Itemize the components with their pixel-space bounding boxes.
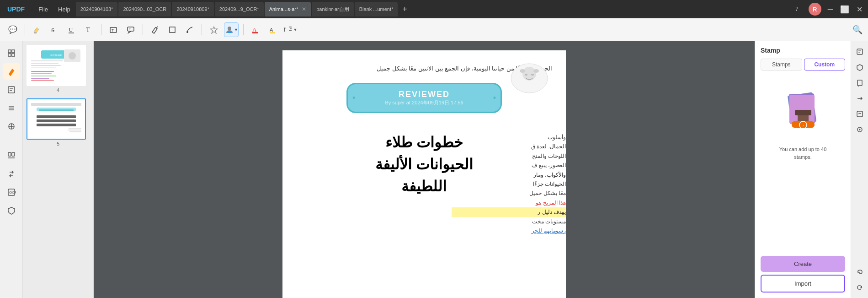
comment-button[interactable]: 💬 bbox=[5, 22, 20, 37]
tab-count: 7 bbox=[792, 6, 802, 12]
reviewed-stamp: REVIEWED By super at 2024年09月19日 17:56 bbox=[346, 83, 502, 113]
thumbnail-page-4[interactable]: RESUME 4 bbox=[27, 45, 90, 93]
sidebar-undo[interactable] bbox=[853, 265, 867, 279]
svg-text:S: S bbox=[51, 27, 54, 33]
tab-stamps[interactable]: Stamps bbox=[761, 59, 802, 70]
pencil-button[interactable] bbox=[182, 22, 197, 37]
tab-custom[interactable]: Custom bbox=[804, 59, 846, 70]
thumbnail-image-5 bbox=[27, 98, 86, 140]
sidebar-redo[interactable] bbox=[853, 281, 867, 294]
left-sidebar: OCR bbox=[0, 41, 23, 298]
sidebar-organize[interactable] bbox=[3, 147, 20, 164]
svg-rect-61 bbox=[37, 124, 76, 126]
search-button[interactable]: 🔍 bbox=[852, 25, 863, 35]
sidebar-ocr[interactable]: OCR bbox=[3, 184, 20, 200]
svg-rect-23 bbox=[8, 50, 11, 53]
tab-1[interactable]: 20240904103* bbox=[76, 2, 118, 16]
colored-text: هذا المزيج هو bbox=[452, 198, 566, 207]
sidebar-edit[interactable] bbox=[3, 63, 20, 80]
color-button[interactable]: A bbox=[248, 22, 263, 37]
svg-rect-75 bbox=[795, 110, 811, 115]
page-num-4: 4 bbox=[27, 87, 90, 93]
shape-button[interactable] bbox=[165, 22, 180, 37]
svg-point-69 bbox=[520, 69, 525, 73]
svg-text:OCR: OCR bbox=[9, 190, 16, 195]
sidebar-protect[interactable] bbox=[3, 202, 20, 219]
import-stamp-button[interactable]: Import bbox=[761, 275, 845, 293]
add-tab-button[interactable]: + bbox=[399, 5, 411, 14]
svg-point-67 bbox=[525, 74, 527, 76]
svg-text:U: U bbox=[69, 26, 73, 33]
svg-rect-14 bbox=[228, 32, 231, 33]
tab-4[interactable]: 202409...9_OCR* bbox=[215, 2, 264, 16]
textbox-button[interactable]: T bbox=[106, 22, 121, 37]
highlight-button[interactable] bbox=[30, 22, 44, 37]
create-stamp-button[interactable]: Create bbox=[761, 256, 845, 272]
separator-3 bbox=[143, 24, 143, 35]
svg-rect-50 bbox=[31, 71, 54, 72]
svg-rect-79 bbox=[857, 49, 863, 54]
thumbnail-image-4: RESUME bbox=[27, 45, 86, 86]
font-style-button[interactable]: f ▼ bbox=[283, 22, 298, 37]
tab-3[interactable]: 20240910809* bbox=[172, 2, 214, 16]
sticker-button[interactable] bbox=[207, 22, 221, 37]
menu-help[interactable]: Help bbox=[53, 4, 75, 15]
svg-rect-37 bbox=[12, 152, 15, 156]
sidebar-right-icon6[interactable] bbox=[853, 123, 867, 136]
user-avatar[interactable]: R bbox=[809, 3, 821, 16]
sidebar-layers[interactable] bbox=[3, 118, 20, 135]
sidebar-page-view[interactable] bbox=[3, 45, 20, 61]
content-area: الحيوانات جزءًا من حياتنا اليومية، فإن ا… bbox=[94, 41, 755, 298]
svg-rect-16 bbox=[252, 32, 258, 33]
close-tab-5[interactable]: ✕ bbox=[302, 6, 306, 12]
highlight-color-button[interactable]: A bbox=[266, 22, 280, 37]
thumbnail-page-5[interactable]: 5 bbox=[27, 98, 90, 146]
svg-rect-63 bbox=[68, 130, 81, 130]
tab-7[interactable]: Blank ...ument* bbox=[355, 2, 398, 16]
svg-rect-62 bbox=[69, 128, 81, 129]
underline-button[interactable]: U bbox=[64, 22, 79, 37]
svg-marker-12 bbox=[210, 27, 218, 33]
svg-rect-27 bbox=[8, 87, 15, 93]
minimize-button[interactable]: ─ bbox=[826, 5, 835, 14]
sidebar-right-icon5[interactable] bbox=[853, 107, 867, 121]
svg-text:T: T bbox=[86, 27, 90, 33]
text-button[interactable]: T bbox=[82, 22, 96, 37]
svg-rect-64 bbox=[69, 131, 81, 132]
close-button[interactable]: ✕ bbox=[855, 5, 864, 14]
sidebar-right-icon2[interactable] bbox=[853, 60, 867, 74]
sidebar-form[interactable] bbox=[3, 100, 20, 116]
page-num-5: 5 bbox=[27, 141, 90, 146]
menu-file[interactable]: File bbox=[34, 4, 53, 15]
tab-6[interactable]: bankinr-ar自用 bbox=[312, 2, 354, 16]
callout-button[interactable]: T bbox=[123, 22, 138, 37]
svg-rect-52 bbox=[31, 76, 56, 76]
svg-rect-26 bbox=[12, 54, 15, 56]
pdf-page: الحيوانات جزءًا من حياتنا اليومية، فإن ا… bbox=[282, 50, 566, 298]
stamp-subtitle: By super at 2024年09月19日 17:56 bbox=[362, 99, 487, 106]
sidebar-right-icon4[interactable] bbox=[853, 92, 867, 105]
sidebar-convert[interactable] bbox=[3, 166, 20, 182]
svg-point-45 bbox=[69, 52, 76, 60]
svg-rect-46 bbox=[31, 60, 63, 61]
sidebar-right-icon1[interactable] bbox=[853, 45, 867, 59]
svg-point-66 bbox=[522, 67, 536, 81]
app-logo: UPDF bbox=[4, 4, 28, 15]
svg-rect-25 bbox=[8, 54, 11, 56]
stamp-description: You can add up to 40 stamps. bbox=[779, 146, 827, 161]
highlighted-text: يهدف دليل ر bbox=[452, 207, 566, 217]
tab-2[interactable]: 2024090...03_OCR bbox=[118, 2, 171, 16]
separator-4 bbox=[202, 24, 202, 35]
maximize-button[interactable]: ⬜ bbox=[838, 5, 851, 14]
strikethrough-button[interactable]: S bbox=[47, 22, 62, 37]
arabic-side-text: وأسلوب الجمال. لعدة ق اللوحات والمنح الع… bbox=[452, 133, 566, 235]
markup-button[interactable] bbox=[148, 22, 162, 37]
tab-5[interactable]: Anima...s-ar* ✕ bbox=[265, 2, 311, 16]
svg-rect-53 bbox=[31, 78, 49, 79]
sidebar-right-icon3[interactable] bbox=[853, 76, 867, 90]
sidebar-annotate[interactable] bbox=[3, 81, 20, 98]
link-text: رسوماتهم للجر bbox=[452, 226, 566, 235]
svg-rect-49 bbox=[31, 67, 56, 68]
stamp-tabs: Stamps Custom bbox=[761, 59, 845, 70]
user-stamp-button[interactable]: ▼ bbox=[224, 22, 239, 37]
